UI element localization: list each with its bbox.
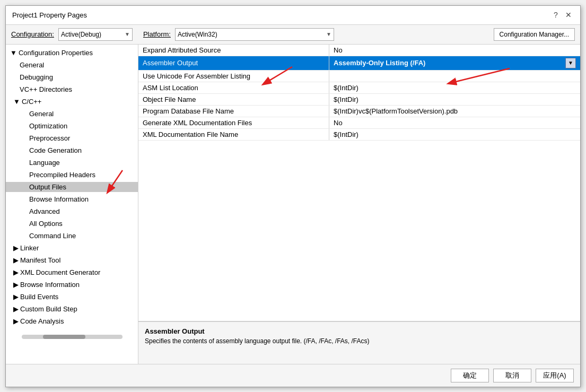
prop-value-gen-xml: No [329, 117, 580, 128]
build-events-label: Build Events [20, 293, 58, 301]
help-button[interactable]: ? [550, 10, 561, 20]
cpp-label: C/C++ [22, 98, 42, 106]
bottom-bar: 确定 取消 应用(A) [6, 364, 580, 387]
sidebar-item-build-events[interactable]: ▶ Build Events [6, 291, 138, 303]
config-combo[interactable]: Active(Debug) ▼ [58, 28, 133, 41]
prop-name-use-unicode: Use Unicode For Assembler Listing [138, 71, 329, 82]
sidebar-item-output-files[interactable]: Output Files [6, 181, 138, 193]
prop-name-asm-list: ASM List Location [138, 82, 329, 93]
prop-name-assembler-output: Assembler Output [138, 56, 329, 70]
sidebar-item-config-props[interactable]: ▼ Configuration Properties [6, 47, 138, 59]
custom-build-label: Custom Build Step [20, 305, 77, 313]
sidebar-item-cpp[interactable]: ▼ C/C++ [6, 95, 138, 108]
linker-arrow: ▶ [13, 244, 19, 252]
sidebar: ▼ Configuration Properties General Debug… [6, 45, 138, 364]
prop-row-obj-file[interactable]: Object File Name $(IntDir) [138, 94, 580, 106]
prop-name-xml-doc-name: XML Documentation File Name [138, 129, 329, 140]
prop-value-use-unicode [329, 71, 580, 82]
code-analysis-label: Code Analysis [20, 317, 64, 325]
info-panel: Assembler Output Specifies the contents … [138, 321, 580, 364]
dialog-title: Project1 Property Pages [12, 11, 87, 19]
xml-label: XML Document Generator [20, 268, 100, 276]
property-pages-dialog: Project1 Property Pages ? ✕ Configuratio… [5, 5, 581, 387]
ok-button[interactable]: 确定 [451, 369, 489, 382]
code-analysis-arrow: ▶ [13, 317, 19, 325]
toolbar: Configuration: Active(Debug) ▼ Platform:… [6, 25, 580, 45]
sidebar-item-xml-doc-gen[interactable]: ▶ XML Document Generator [6, 266, 138, 278]
sidebar-item-precomp-headers[interactable]: Precompiled Headers [6, 169, 138, 181]
config-props-label: Configuration Properties [19, 49, 93, 57]
sidebar-item-linker[interactable]: ▶ Linker [6, 242, 138, 254]
sidebar-item-optimization[interactable]: Optimization [6, 120, 138, 132]
sidebar-item-preprocessor[interactable]: Preprocessor [6, 132, 138, 144]
title-bar: Project1 Property Pages ? ✕ [6, 6, 580, 25]
sidebar-item-browse-info[interactable]: Browse Information [6, 193, 138, 205]
prop-row-assembler-output[interactable]: Assembler Output Assembly-Only Listing (… [138, 56, 580, 71]
manifest-label: Manifest Tool [20, 256, 60, 264]
sidebar-item-cmd-line[interactable]: Command Line [6, 230, 138, 242]
prop-value-xml-doc-name: $(IntDir) [329, 129, 580, 140]
cpp-arrow: ▼ [13, 98, 20, 106]
sidebar-item-code-analysis[interactable]: ▶ Code Analysis [6, 315, 138, 327]
sidebar-item-advanced[interactable]: Advanced [6, 205, 138, 217]
prop-row-asm-list[interactable]: ASM List Location $(IntDir) [138, 82, 580, 94]
assembler-output-dropdown[interactable]: ▼ [565, 58, 576, 68]
info-desc: Specifies the contents of assembly langu… [145, 337, 574, 345]
prop-row-pdb-file[interactable]: Program Database File Name $(IntDir)vc$(… [138, 106, 580, 117]
cancel-button[interactable]: 取消 [493, 369, 531, 382]
sidebar-item-general[interactable]: General [6, 59, 138, 71]
config-props-arrow: ▼ [10, 49, 17, 57]
info-title: Assembler Output [145, 327, 574, 335]
xml-arrow: ▶ [13, 268, 19, 276]
sidebar-item-all-options[interactable]: All Options [6, 217, 138, 230]
build-events-arrow: ▶ [13, 293, 19, 301]
sidebar-item-debugging[interactable]: Debugging [6, 71, 138, 83]
props-table: Expand Attributed Source No Assembler Ou… [138, 45, 580, 321]
prop-name-obj-file: Object File Name [138, 94, 329, 105]
prop-row-expand-attrib[interactable]: Expand Attributed Source No [138, 45, 580, 56]
browse-label: Browse Information [20, 281, 80, 289]
close-button[interactable]: ✕ [563, 10, 574, 20]
sidebar-item-manifest-tool[interactable]: ▶ Manifest Tool [6, 254, 138, 266]
manifest-arrow: ▶ [13, 256, 19, 264]
prop-value-pdb-file: $(IntDir)vc$(PlatformToolsetVersion).pdb [329, 106, 580, 117]
platform-combo-arrow: ▼ [326, 31, 331, 37]
browse-arrow: ▶ [13, 281, 19, 289]
apply-button[interactable]: 应用(A) [536, 369, 574, 382]
sidebar-item-cpp-general[interactable]: General [6, 108, 138, 120]
prop-name-pdb-file: Program Database File Name [138, 106, 329, 117]
prop-name-expand-attrib: Expand Attributed Source [138, 45, 329, 56]
prop-row-gen-xml[interactable]: Generate XML Documentation Files No [138, 117, 580, 129]
platform-label: Platform: [143, 30, 171, 38]
prop-value-assembler-output: Assembly-Only Listing (/FA) ▼ [329, 56, 580, 70]
config-combo-arrow: ▼ [125, 31, 130, 37]
sidebar-scrollbar[interactable] [22, 335, 123, 339]
right-panel: Expand Attributed Source No Assembler Ou… [138, 45, 580, 364]
prop-value-obj-file: $(IntDir) [329, 94, 580, 105]
title-controls: ? ✕ [550, 10, 574, 20]
config-manager-button[interactable]: Configuration Manager... [494, 28, 575, 41]
sidebar-item-language[interactable]: Language [6, 156, 138, 169]
prop-row-use-unicode[interactable]: Use Unicode For Assembler Listing [138, 71, 580, 82]
prop-name-gen-xml: Generate XML Documentation Files [138, 117, 329, 128]
platform-combo[interactable]: Active(Win32) ▼ [175, 28, 334, 41]
custom-build-arrow: ▶ [13, 305, 19, 313]
prop-value-expand-attrib: No [329, 45, 580, 56]
main-content: ▼ Configuration Properties General Debug… [6, 45, 580, 364]
sidebar-item-browse-info-root[interactable]: ▶ Browse Information [6, 278, 138, 291]
sidebar-item-custom-build[interactable]: ▶ Custom Build Step [6, 303, 138, 315]
config-label: Configuration: [11, 30, 54, 38]
prop-value-asm-list: $(IntDir) [329, 82, 580, 93]
sidebar-item-vc-dirs[interactable]: VC++ Directories [6, 83, 138, 95]
sidebar-item-code-gen[interactable]: Code Generation [6, 144, 138, 156]
prop-row-xml-doc-name[interactable]: XML Documentation File Name $(IntDir) [138, 129, 580, 141]
linker-label: Linker [20, 244, 39, 252]
